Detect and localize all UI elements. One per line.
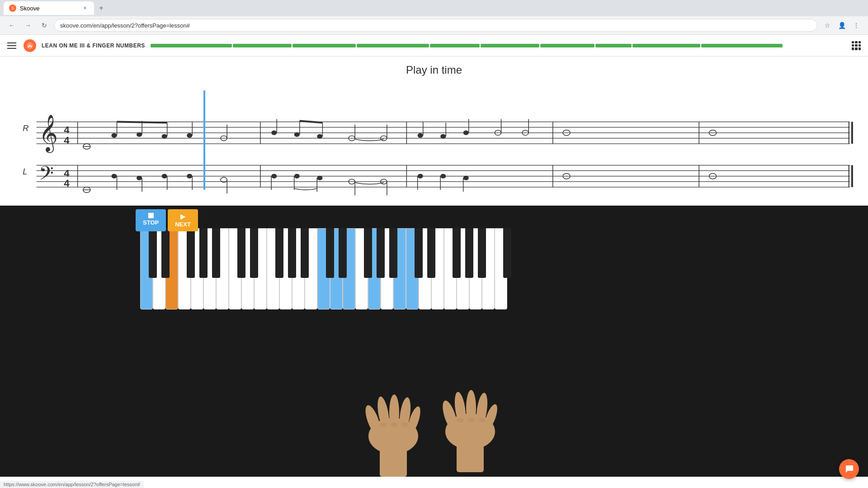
forward-button[interactable]: →	[22, 19, 34, 32]
active-tab[interactable]: S Skoove ×	[4, 1, 94, 15]
tab-close-button[interactable]: ×	[81, 5, 89, 12]
svg-point-73	[137, 176, 142, 180]
white-key-c6[interactable]	[495, 228, 507, 310]
white-key-e4[interactable]	[343, 228, 355, 310]
svg-point-37	[137, 132, 142, 137]
white-key-g2[interactable]	[191, 228, 203, 310]
svg-text:𝄢: 𝄢	[39, 163, 54, 188]
svg-point-57	[418, 133, 423, 138]
svg-point-42	[187, 133, 192, 138]
svg-text:𝄞: 𝄞	[39, 115, 58, 153]
white-key-a2[interactable]	[203, 228, 216, 310]
tab-title: Skoove	[20, 5, 39, 12]
white-key-g4[interactable]	[368, 228, 381, 310]
main-content: Play in time R L	[0, 56, 868, 206]
svg-point-93	[440, 174, 446, 178]
white-key-g3[interactable]	[279, 228, 292, 310]
white-key-f2[interactable]	[178, 228, 191, 310]
stop-button[interactable]: STOP	[136, 209, 166, 231]
white-key-b3[interactable]	[305, 228, 317, 310]
white-key-e2[interactable]	[165, 228, 178, 310]
progress-segment	[292, 44, 356, 47]
white-key-d5[interactable]	[419, 228, 431, 310]
app-logo	[24, 39, 36, 52]
controls-bar: STOP ▶ NEXT	[136, 209, 198, 231]
nav-extras: ☆ 👤 ⋮	[821, 19, 863, 32]
svg-text:4: 4	[64, 178, 70, 189]
svg-point-59	[440, 134, 446, 139]
progress-segment	[481, 44, 539, 47]
tab-bar: S Skoove × +	[0, 0, 868, 16]
address-bar[interactable]: skoove.com/en/app/lesson/2?offersPage=le…	[54, 19, 817, 32]
white-key-a4[interactable]	[381, 228, 393, 310]
white-key-c2[interactable]	[140, 228, 153, 310]
svg-point-115	[457, 418, 464, 422]
piano-wrapper	[140, 228, 511, 341]
piano-keys-container	[140, 228, 511, 319]
svg-point-83	[294, 174, 300, 178]
svg-text:4: 4	[64, 124, 70, 136]
white-key-e3[interactable]	[254, 228, 267, 310]
profile-button[interactable]: 👤	[835, 19, 848, 32]
white-key-d2[interactable]	[153, 228, 165, 310]
svg-point-39	[162, 134, 167, 139]
extension-button[interactable]: ⋮	[850, 19, 863, 32]
progress-segment	[595, 44, 632, 47]
white-keys-row	[140, 228, 511, 312]
svg-point-105	[380, 422, 387, 427]
chat-icon	[844, 464, 854, 474]
left-hand	[363, 394, 423, 477]
right-hand	[440, 390, 500, 472]
progress-segment	[357, 44, 429, 47]
white-key-c5[interactable]	[406, 228, 419, 310]
white-key-a5[interactable]	[469, 228, 482, 310]
refresh-button[interactable]: ↻	[38, 19, 51, 32]
svg-point-46	[271, 131, 277, 135]
svg-point-61	[463, 131, 469, 135]
page-title: Play in time	[0, 64, 868, 76]
svg-point-35	[111, 133, 117, 138]
menu-button[interactable]	[5, 41, 18, 51]
progress-bar	[151, 41, 844, 50]
white-key-b2[interactable]	[216, 228, 229, 310]
white-key-c4[interactable]	[317, 228, 330, 310]
progress-segment	[151, 44, 232, 47]
white-key-f3[interactable]	[267, 228, 279, 310]
sheet-music-area: R L 𝄞 4 4 𝄢	[0, 84, 868, 198]
sheet-music-svg: R L 𝄞 4 4 𝄢	[9, 84, 859, 197]
white-key-f5[interactable]	[444, 228, 457, 310]
piano-section: STOP ▶ NEXT	[0, 206, 868, 477]
svg-point-117	[478, 418, 486, 422]
chat-button[interactable]	[839, 459, 859, 479]
svg-point-77	[187, 174, 192, 178]
white-key-b5[interactable]	[482, 228, 495, 310]
svg-text:L: L	[23, 167, 27, 176]
svg-point-91	[418, 174, 423, 178]
bookmark-button[interactable]: ☆	[821, 19, 834, 32]
back-button[interactable]: ←	[5, 19, 18, 32]
next-button[interactable]: ▶ NEXT	[168, 209, 198, 231]
grid-view-button[interactable]	[850, 39, 863, 52]
white-key-c3[interactable]	[229, 228, 241, 310]
hands-illustration	[344, 341, 524, 477]
white-key-e5[interactable]	[431, 228, 444, 310]
svg-point-75	[162, 174, 167, 178]
svg-point-48	[294, 132, 300, 137]
stop-label: STOP	[143, 219, 159, 226]
svg-point-107	[401, 422, 409, 427]
lesson-title: LEAN ON ME III & FINGER NUMBERS	[42, 42, 145, 49]
next-icon: ▶	[180, 213, 185, 220]
status-bar: https://www.skoove.com/en/app/lesson/2?o…	[0, 481, 144, 488]
white-key-b4[interactable]	[393, 228, 406, 310]
new-tab-button[interactable]: +	[96, 3, 107, 14]
white-key-d4[interactable]	[330, 228, 343, 310]
playback-cursor	[203, 90, 205, 190]
status-url: https://www.skoove.com/en/app/lesson/2?o…	[4, 482, 140, 487]
svg-line-52	[300, 121, 323, 123]
white-key-d3[interactable]	[241, 228, 254, 310]
browser-chrome: S Skoove × + ← → ↻ skoove.com/en/app/les…	[0, 0, 868, 35]
white-key-g5[interactable]	[457, 228, 469, 310]
white-key-a3[interactable]	[292, 228, 305, 310]
white-key-f4[interactable]	[355, 228, 368, 310]
svg-point-95	[463, 176, 469, 180]
